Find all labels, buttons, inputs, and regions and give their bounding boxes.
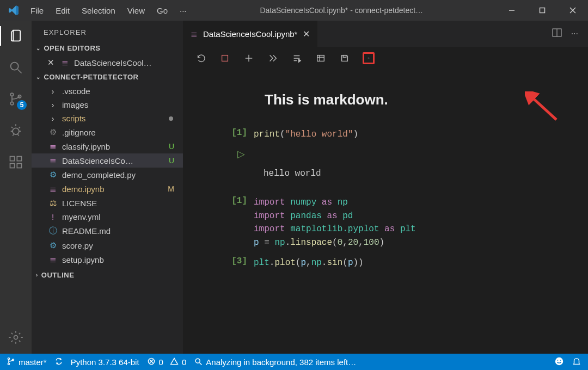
svg-line-5 [18,70,22,73]
status-problems[interactable]: 0 0 [147,357,187,367]
status-branch[interactable]: master* [7,357,47,367]
file-item[interactable]: !myenv.yml [32,210,183,224]
svg-rect-12 [17,163,21,168]
notebook-toolbar [183,47,588,70]
more-actions-icon[interactable]: ··· [571,29,578,39]
scm-status-badge: M [168,184,174,193]
svg-rect-1 [540,8,545,13]
tab-active[interactable]: ≣ DataScienceIsCool.ipynb* ✕ [183,21,317,47]
svg-rect-23 [343,55,346,58]
notebook-icon: ≣ [60,58,70,67]
file-item[interactable]: ⚙demo_completed.py [32,168,183,182]
explorer-title: EXPLORER [32,21,183,41]
execution-count: [3] [221,256,254,270]
svg-rect-17 [222,55,228,61]
svg-point-25 [8,357,9,359]
py-icon: ⚙ [48,240,58,250]
notebook-content[interactable]: This is markdown. [1]print("hello world"… [183,70,588,354]
dirty-dot-icon [169,116,173,121]
code-cell[interactable]: [1]print("hello world") [183,126,588,146]
notebook-icon: ≣ [48,184,58,194]
code-cell[interactable]: [3]plt.plot(p,np.sin(p)) [183,254,588,274]
run-cell-icon[interactable]: ▷ [183,148,588,160]
save-icon[interactable] [339,52,351,64]
svg-point-4 [11,63,19,70]
svg-point-9 [13,128,19,134]
explorer-sidebar: EXPLORER ⌄OPEN EDITORS ✕ ≣ DataScienceIs… [32,21,183,354]
source-control-badge: 5 [17,100,27,110]
open-editors-section[interactable]: ⌄OPEN EDITORS [32,41,183,55]
cell-code[interactable]: plt.plot(p,np.sin(p)) [254,256,588,270]
svg-point-35 [560,360,561,361]
source-control-activity-icon[interactable]: 5 [7,90,24,108]
minimize-button[interactable] [497,0,527,21]
menu-file[interactable]: File [30,6,44,15]
variable-explorer-icon[interactable] [315,52,327,64]
svg-rect-10 [10,157,15,161]
search-activity-icon[interactable] [7,59,24,76]
svg-point-34 [557,360,558,361]
folder-item[interactable]: ›scripts [32,112,183,125]
close-tab-icon[interactable]: ✕ [303,29,310,39]
menu-edit[interactable]: Edit [56,6,70,15]
close-button[interactable] [558,0,588,21]
folder-item[interactable]: ›.vscode [32,84,183,98]
file-item[interactable]: ≣classify.ipynbU [32,139,183,153]
restart-kernel-icon[interactable] [195,52,207,64]
svg-point-33 [555,357,563,365]
svg-point-26 [8,363,9,365]
notebook-icon: ≣ [48,156,58,165]
menu-more[interactable]: ··· [180,6,187,15]
workspace-section[interactable]: ⌄CONNECT-PETDETECTOR [32,70,183,84]
interrupt-kernel-icon[interactable] [219,52,231,64]
svg-point-7 [10,102,13,104]
settings-gear-icon[interactable] [7,329,24,346]
outline-section[interactable]: ›OUTLINE [32,268,183,282]
file-item[interactable]: ⚖LICENSE [32,196,183,210]
folder-item[interactable]: ›images [32,98,183,112]
status-analyzing[interactable]: Analyzing in background, 382 items left… [194,357,356,367]
cell-code[interactable]: import numpy as np import pandas as pd i… [254,196,588,250]
menu-go[interactable]: Go [157,6,168,15]
cell-output: hello world [183,168,588,194]
menu-selection[interactable]: Selection [82,6,115,15]
file-item[interactable]: ⚙score.py [32,238,183,252]
lic-icon: ⚖ [48,198,58,208]
notebook-icon: ≣ [191,29,198,39]
git-icon: ⚙ [48,127,58,137]
md-icon: ⓘ [48,226,58,236]
add-cell-icon[interactable] [243,52,255,64]
status-notifications-icon[interactable] [572,356,581,368]
svg-point-31 [195,359,200,363]
vscode-logo-icon [0,5,27,16]
svg-rect-13 [17,157,21,161]
scm-status-badge: U [169,156,174,165]
file-item[interactable]: ⚙.gitignore [32,125,183,139]
debug-activity-icon[interactable] [7,122,24,139]
file-item[interactable]: ≣demo.ipynbM [32,182,183,196]
run-all-icon[interactable] [267,52,279,64]
close-icon[interactable]: ✕ [46,58,56,67]
menu-view[interactable]: View [127,6,145,15]
execution-count: [1] [221,128,254,141]
status-feedback-icon[interactable] [554,356,564,368]
export-notebook-icon[interactable] [363,52,375,64]
status-sync-icon[interactable] [54,357,63,367]
statusbar: master* Python 3.7.3 64-bit 0 0 Analyzin… [0,354,588,370]
cell-code[interactable]: print("hello world") [254,128,588,141]
code-cell[interactable]: [1]import numpy as np import pandas as p… [183,194,588,254]
svg-point-6 [10,93,13,96]
explorer-activity-icon[interactable] [7,27,24,45]
titlebar: File Edit Selection View Go ··· DataScie… [0,0,588,21]
split-editor-icon[interactable] [552,27,562,40]
open-editor-item[interactable]: ✕ ≣ DataScienceIsCool… [32,55,183,70]
file-item[interactable]: ≣DataScienceIsCo…U [32,153,183,168]
run-above-icon[interactable] [291,52,303,64]
file-item[interactable]: ⓘREADME.md [32,224,183,238]
extensions-activity-icon[interactable] [7,153,24,171]
maximize-button[interactable] [527,0,558,21]
status-python[interactable]: Python 3.7.3 64-bit [71,357,139,367]
chevron-right-icon: › [48,114,58,123]
file-item[interactable]: ≣setup.ipynb [32,252,183,267]
chevron-right-icon: › [48,87,58,96]
